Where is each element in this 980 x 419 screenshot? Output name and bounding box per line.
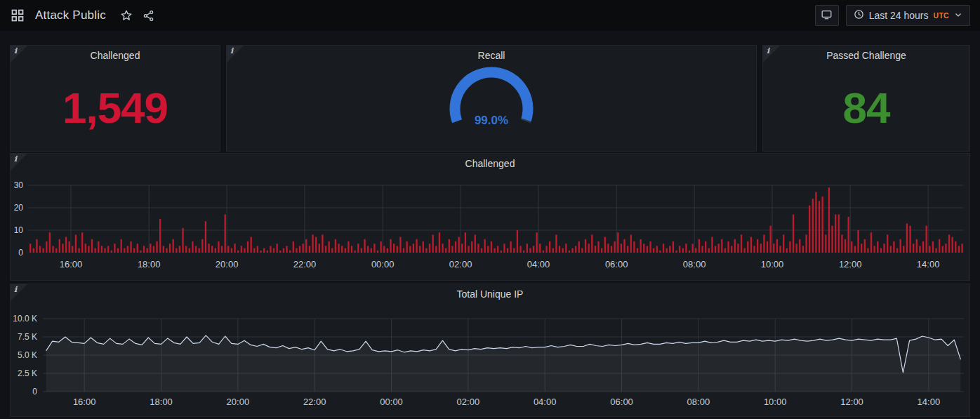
svg-text:10: 10 [14,225,24,235]
svg-text:18:00: 18:00 [150,397,173,407]
panel-passed-challenge-stat: i Passed Challenge 84 [762,45,970,152]
svg-text:20:00: 20:00 [216,259,239,270]
svg-text:0: 0 [32,387,37,397]
svg-text:7.5 K: 7.5 K [18,332,37,342]
time-range-label: Last 24 hours [869,10,929,21]
svg-text:18:00: 18:00 [138,259,161,270]
panel-challenged-chart: i Challenged 010203016:0018:0020:0022:00… [10,153,970,281]
svg-text:06:00: 06:00 [605,259,628,270]
svg-text:2.5 K: 2.5 K [18,368,37,378]
dashboard-grid: i Challenged 1,549 i Recall 99.0% i Pass… [0,31,980,419]
panel-info-icon[interactable]: i [11,154,27,171]
svg-text:10:00: 10:00 [761,259,784,270]
recall-gauge[interactable]: 99.0% [442,65,541,151]
svg-text:04:00: 04:00 [527,259,550,270]
share-icon[interactable] [141,8,156,23]
svg-text:20:00: 20:00 [227,397,250,407]
tv-mode-icon [821,9,833,22]
clock-icon [854,9,864,22]
svg-text:5.0 K: 5.0 K [18,350,37,360]
svg-text:02:00: 02:00 [457,397,480,407]
svg-text:10.0 K: 10.0 K [13,314,37,324]
dashboard-title: Attack Public [35,8,106,22]
svg-text:08:00: 08:00 [687,397,710,407]
svg-text:22:00: 22:00 [303,397,326,407]
svg-text:06:00: 06:00 [610,397,633,407]
panel-title-challenged[interactable]: Challenged [11,46,220,65]
total-unique-ip-line-chart[interactable]: 02.5 K5.0 K7.5 K10.0 K16:0018:0020:0022:… [11,304,969,413]
svg-text:04:00: 04:00 [534,397,557,407]
panel-total-unique-ip-chart: i Total Unique IP 02.5 K5.0 K7.5 K10.0 K… [10,284,970,417]
svg-text:10:00: 10:00 [764,397,787,407]
time-range-picker[interactable]: Last 24 hours UTC [846,5,970,26]
svg-text:22:00: 22:00 [293,259,317,270]
panel-recall-gauge: i Recall 99.0% [226,45,757,152]
panel-title-passed-challenge[interactable]: Passed Challenge [763,46,969,65]
svg-text:0: 0 [18,248,23,258]
svg-text:14:00: 14:00 [917,259,940,270]
panel-title-recall[interactable]: Recall [227,46,756,65]
panel-title-total-unique-ip[interactable]: Total Unique IP [11,284,969,304]
svg-text:16:00: 16:00 [60,259,83,270]
recall-gauge-value: 99.0% [442,114,541,128]
svg-text:12:00: 12:00 [839,259,862,270]
star-icon[interactable] [119,8,134,23]
timezone-label: UTC [934,11,949,20]
svg-text:30: 30 [14,180,24,190]
svg-text:00:00: 00:00 [380,397,403,407]
tv-mode-button[interactable] [815,5,839,26]
panel-title-challenged-chart[interactable]: Challenged [11,154,969,173]
panel-info-icon[interactable]: i [763,46,780,62]
dashboard-header: Attack Public [0,0,980,31]
panel-info-icon[interactable]: i [11,46,27,62]
panel-challenged-stat: i Challenged 1,549 [10,45,220,152]
svg-text:08:00: 08:00 [683,259,706,270]
passed-challenge-stat-value: 84 [843,86,890,130]
svg-text:12:00: 12:00 [840,397,863,407]
panel-info-icon[interactable]: i [227,46,244,62]
svg-text:14:00: 14:00 [918,397,941,407]
challenged-bar-chart[interactable]: 010203016:0018:0020:0022:0000:0002:0004:… [11,173,969,277]
challenged-stat-value: 1,549 [62,86,168,130]
chevron-down-icon [954,11,962,21]
svg-text:20: 20 [14,203,24,213]
svg-text:16:00: 16:00 [73,397,96,407]
panel-info-icon[interactable]: i [11,284,27,301]
svg-text:02:00: 02:00 [449,259,472,270]
svg-text:00:00: 00:00 [371,259,395,270]
dashboards-grid-icon[interactable] [10,8,25,23]
